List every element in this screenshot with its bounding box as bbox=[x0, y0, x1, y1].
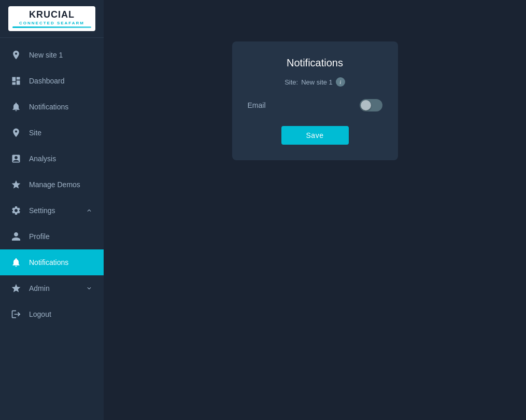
email-row: Email bbox=[248, 95, 382, 116]
sidebar-item-profile[interactable]: Profile bbox=[0, 223, 104, 249]
sidebar-item-label-dashboard: Dashboard bbox=[29, 77, 93, 85]
brand-subtitle-highlight: SEAFARM bbox=[57, 21, 84, 25]
location-icon bbox=[10, 49, 22, 61]
sidebar-item-notifications-main[interactable]: Notifications bbox=[0, 94, 104, 120]
logo-box: KRUCIAL CONNECTED SEAFARM bbox=[8, 6, 95, 31]
sidebar: KRUCIAL CONNECTED SEAFARM New site 1 Das… bbox=[0, 0, 104, 420]
sidebar-item-logout[interactable]: Logout bbox=[0, 301, 104, 327]
site-location-icon bbox=[10, 127, 22, 138]
analysis-icon bbox=[10, 153, 22, 164]
notification-card: Notifications Site: New site 1 i Email S… bbox=[232, 41, 398, 160]
sidebar-item-notifications-sub[interactable]: Notifications bbox=[0, 249, 104, 275]
email-toggle[interactable] bbox=[360, 99, 382, 111]
info-icon[interactable]: i bbox=[336, 77, 345, 87]
card-title: Notifications bbox=[287, 57, 343, 69]
sidebar-item-label-site: Site bbox=[29, 129, 93, 137]
main-content: Notifications Site: New site 1 i Email S… bbox=[104, 0, 526, 420]
manage-demos-icon bbox=[10, 179, 22, 190]
brand-subtitle: CONNECTED SEAFARM bbox=[19, 21, 84, 25]
logout-icon bbox=[10, 309, 22, 320]
profile-icon bbox=[10, 231, 22, 242]
sidebar-item-label-profile: Profile bbox=[29, 232, 93, 241]
sidebar-item-admin[interactable]: Admin bbox=[0, 275, 104, 301]
nav-items: New site 1 Dashboard Notifications Site bbox=[0, 38, 104, 420]
card-subtitle: Site: New site 1 i bbox=[285, 77, 345, 87]
brand-subtitle-pre: CONNECTED bbox=[19, 21, 57, 25]
sidebar-item-analysis[interactable]: Analysis bbox=[0, 146, 104, 172]
sidebar-item-label-analysis: Analysis bbox=[29, 155, 93, 163]
sidebar-item-label-settings: Settings bbox=[29, 206, 78, 215]
settings-chevron-icon bbox=[85, 206, 93, 215]
sidebar-item-new-site[interactable]: New site 1 bbox=[0, 42, 104, 68]
sidebar-item-site[interactable]: Site bbox=[0, 120, 104, 146]
dashboard-icon bbox=[10, 75, 22, 87]
sidebar-item-manage-demos[interactable]: Manage Demos bbox=[0, 172, 104, 198]
sidebar-item-label-notifications-sub: Notifications bbox=[29, 258, 93, 267]
site-name: New site 1 bbox=[301, 78, 333, 86]
site-label: Site: bbox=[285, 78, 298, 86]
email-label: Email bbox=[248, 101, 266, 109]
sidebar-item-label-new-site: New site 1 bbox=[29, 51, 93, 59]
logo-line bbox=[12, 26, 91, 28]
logo-container: KRUCIAL CONNECTED SEAFARM bbox=[0, 0, 104, 38]
settings-icon bbox=[10, 205, 22, 216]
bell-icon-main bbox=[10, 101, 22, 113]
admin-chevron-icon bbox=[85, 284, 93, 292]
toggle-thumb bbox=[361, 100, 371, 110]
brand-title: KRUCIAL bbox=[29, 9, 75, 20]
sidebar-item-label-manage-demos: Manage Demos bbox=[29, 180, 93, 189]
admin-icon bbox=[10, 283, 22, 294]
save-button[interactable]: Save bbox=[281, 126, 349, 145]
sidebar-item-label-logout: Logout bbox=[29, 310, 93, 318]
toggle-track bbox=[360, 99, 382, 111]
sidebar-item-settings[interactable]: Settings bbox=[0, 198, 104, 223]
sidebar-item-dashboard[interactable]: Dashboard bbox=[0, 68, 104, 94]
sidebar-item-label-admin: Admin bbox=[29, 284, 78, 292]
bell-icon-sub bbox=[10, 257, 22, 268]
sidebar-item-label-notifications-main: Notifications bbox=[29, 103, 93, 111]
